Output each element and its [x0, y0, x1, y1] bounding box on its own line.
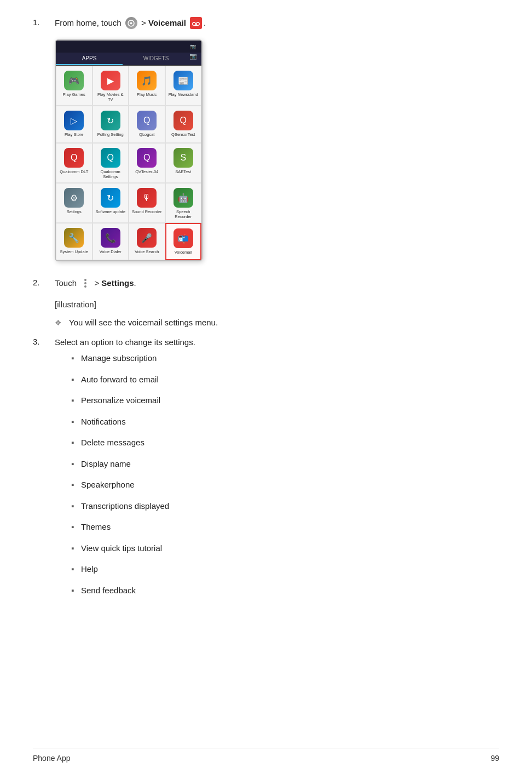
phone-screenshot: 📷 APPS WIDGETS 📷 🎮Play Games▶Play Movies… — [55, 39, 499, 261]
app-label-18: Voice Search — [135, 249, 159, 254]
app-cell-speech-recorder[interactable]: 🤖Speech Recorder — [165, 183, 202, 223]
app-cell-qualcomm-settings[interactable]: QQualcomm Settings — [92, 143, 129, 183]
app-cell-qualcomm-dlt[interactable]: QQualcomm DLT — [56, 143, 92, 183]
phone-status-right: 📷 — [190, 44, 196, 49]
app-cell-system-update[interactable]: 🔧System Update — [56, 223, 92, 260]
step-3: 3. Select an option to change its settin… — [33, 336, 499, 605]
app-label-11: SAETest — [175, 169, 191, 174]
app-icon-5: ↻ — [101, 111, 120, 130]
dot-3 — [84, 285, 86, 288]
tab-widgets[interactable]: WIDGETS — [123, 53, 189, 65]
option-item-3: Notifications — [71, 416, 499, 428]
diamond-icon: ❖ — [55, 318, 63, 327]
app-label-0: Play Games — [63, 92, 85, 97]
app-icon-16: 🔧 — [64, 228, 84, 248]
note-step2: ❖ You will see the voicemail settings me… — [55, 318, 499, 327]
app-label-3: Play Newsstand — [169, 92, 198, 97]
app-cell-qvtester-04[interactable]: QQVTester-04 — [129, 143, 165, 183]
option-item-2: Personalize voicemail — [71, 394, 499, 407]
app-label-17: Voice Dialer — [100, 249, 122, 254]
step-3-number: 3. — [33, 336, 55, 346]
voicemail-inline-icon — [190, 17, 202, 29]
app-label-5: Polling Setting — [97, 132, 124, 137]
app-cell-play-movies-&-tv[interactable]: ▶Play Movies & TV — [92, 66, 129, 106]
note-step2-text: You will see the voicemail settings menu… — [69, 318, 218, 327]
app-label-1: Play Movies & TV — [95, 92, 126, 102]
camera-icon: 📷 — [189, 53, 197, 65]
app-cell-play-newsstand[interactable]: 📰Play Newsstand — [165, 66, 202, 106]
option-item-9: View quick tips tutorial — [71, 542, 499, 555]
app-icon-7: Q — [174, 111, 193, 130]
page-footer: Phone App 99 — [33, 748, 499, 763]
step-3-content: Select an option to change its settings.… — [55, 336, 499, 605]
app-icon-10: Q — [137, 148, 157, 168]
dot-1 — [84, 279, 86, 281]
app-icon-1: ▶ — [101, 71, 120, 90]
option-item-6: Speakerphone — [71, 479, 499, 491]
app-icon-17: 📞 — [101, 228, 120, 248]
app-cell-qlogcat[interactable]: QQLogcat — [129, 106, 165, 143]
app-label-8: Qualcomm DLT — [60, 169, 88, 174]
step-1-text: From home, touch > Voicemail . — [55, 18, 206, 27]
app-cell-play-store[interactable]: ▷Play Store — [56, 106, 92, 143]
option-item-5: Display name — [71, 458, 499, 471]
option-item-1: Auto forward to email — [71, 374, 499, 386]
app-cell-play-music[interactable]: 🎵Play Music — [129, 66, 165, 106]
step-2-text-middle: > — [94, 278, 101, 288]
phone-tabs[interactable]: APPS WIDGETS 📷 — [56, 53, 201, 66]
app-label-9: Qualcomm Settings — [95, 169, 126, 179]
app-icon-0: 🎮 — [64, 71, 84, 90]
apps-grid: 🎮Play Games▶Play Movies & TV🎵Play Music📰… — [56, 66, 201, 260]
app-cell-sound-recorder[interactable]: 🎙Sound Recorder — [129, 183, 165, 223]
app-icon-18: 🎤 — [137, 228, 157, 248]
footer-right: 99 — [490, 754, 499, 763]
option-item-0: Manage subscription — [71, 352, 499, 365]
step-2-bold: Settings — [101, 278, 134, 288]
app-icon-19: 📬 — [174, 228, 193, 248]
app-cell-polling-setting[interactable]: ↻Polling Setting — [92, 106, 129, 143]
app-cell-settings[interactable]: ⚙Settings — [56, 183, 92, 223]
tab-apps[interactable]: APPS — [56, 53, 123, 65]
app-icon-11: S — [174, 148, 193, 168]
footer-left: Phone App — [33, 754, 71, 763]
option-item-4: Delete messages — [71, 437, 499, 449]
app-cell-voicemail[interactable]: 📬Voicemail — [165, 223, 202, 260]
app-cell-qsensortest[interactable]: QQSensorTest — [165, 106, 202, 143]
app-cell-software-update[interactable]: ↻Software update — [92, 183, 129, 223]
dot-2 — [84, 282, 86, 284]
option-item-7: Transcriptions displayed — [71, 500, 499, 513]
app-label-14: Sound Recorder — [132, 209, 162, 214]
app-label-15: Speech Recorder — [168, 209, 199, 219]
home-icon — [125, 17, 137, 29]
app-icon-9: Q — [101, 148, 120, 168]
app-icon-2: 🎵 — [137, 71, 157, 90]
svg-point-3 — [196, 22, 200, 26]
app-icon-6: Q — [137, 111, 157, 130]
app-label-7: QSensorTest — [171, 132, 195, 137]
app-cell-saetest[interactable]: SSAETest — [165, 143, 202, 183]
app-label-2: Play Music — [137, 92, 157, 97]
app-label-16: System Update — [60, 249, 88, 254]
illustration-note: [illustration] — [55, 300, 499, 309]
step-1-number: 1. — [33, 16, 55, 27]
app-icon-12: ⚙ — [64, 188, 84, 208]
step-1-text-after: . — [204, 18, 206, 27]
app-label-13: Software update — [95, 209, 125, 214]
app-cell-voice-search[interactable]: 🎤Voice Search — [129, 223, 165, 260]
svg-point-2 — [193, 22, 196, 26]
app-cell-voice-dialer[interactable]: 📞Voice Dialer — [92, 223, 129, 260]
app-label-10: QVTester-04 — [135, 169, 158, 174]
option-item-8: Themes — [71, 521, 499, 534]
step-1-text-middle: > — [141, 18, 148, 27]
step-1-bold: Voicemail — [148, 18, 186, 27]
app-icon-3: 📰 — [174, 71, 193, 90]
phone-frame: 📷 APPS WIDGETS 📷 🎮Play Games▶Play Movies… — [55, 39, 203, 261]
app-label-4: Play Store — [65, 132, 84, 137]
app-cell-play-games[interactable]: 🎮Play Games — [56, 66, 92, 106]
app-icon-15: 🤖 — [174, 188, 193, 208]
step-1: 1. From home, touch > Voicemail . — [33, 16, 499, 30]
options-list: Manage subscriptionAuto forward to email… — [71, 352, 499, 597]
app-label-12: Settings — [67, 209, 82, 214]
phone-status-bar: 📷 — [56, 41, 201, 53]
step-2-text-after: . — [134, 278, 136, 288]
